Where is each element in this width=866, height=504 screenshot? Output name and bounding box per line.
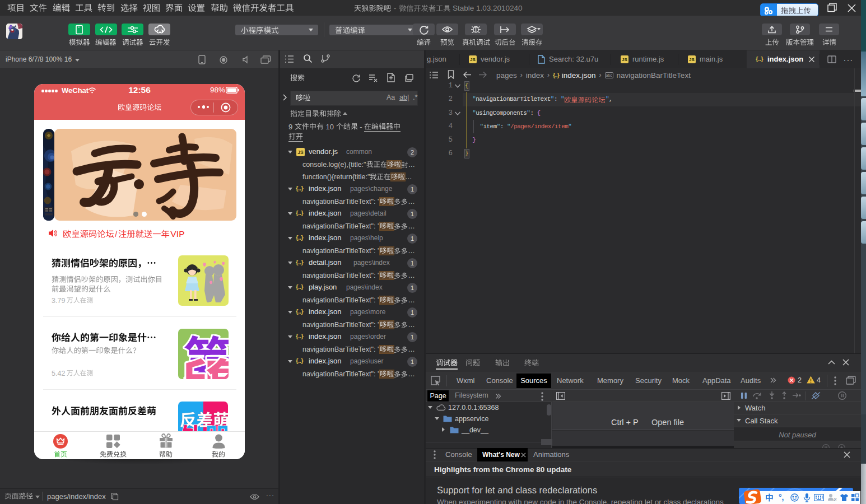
svg-text:21: 21 xyxy=(834,497,837,502)
